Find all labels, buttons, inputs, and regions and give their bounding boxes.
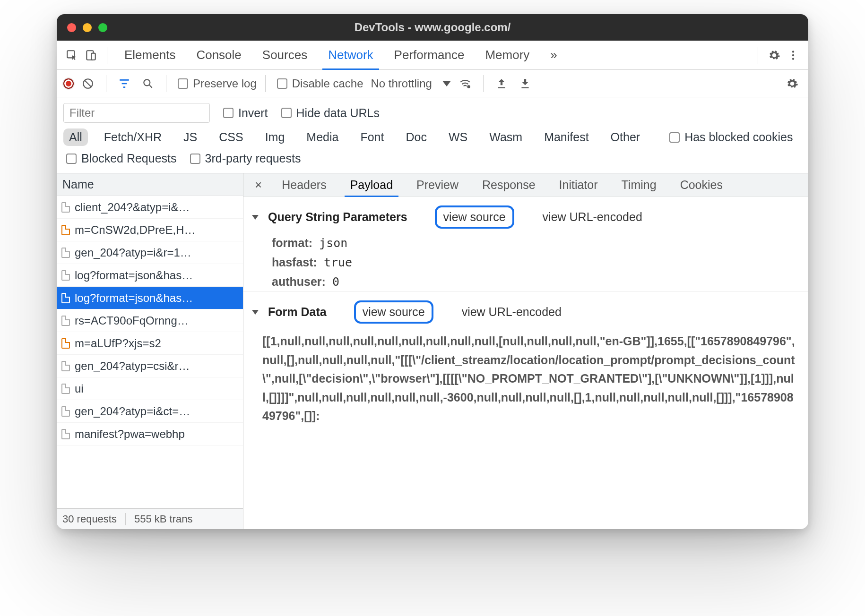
document-icon [61, 384, 70, 394]
disable-cache-checkbox[interactable]: Disable cache [277, 77, 363, 90]
detail-tab-payload[interactable]: Payload [340, 173, 403, 197]
filter-type-font[interactable]: Font [355, 128, 389, 146]
detail-tab-preview[interactable]: Preview [406, 173, 469, 197]
checkbox-icon [223, 108, 234, 118]
invert-label: Invert [238, 106, 268, 120]
request-row[interactable]: gen_204?atyp=i&r=1… [57, 241, 243, 264]
filter-type-media[interactable]: Media [301, 128, 344, 146]
search-icon[interactable] [138, 74, 157, 93]
inspect-element-icon[interactable] [62, 46, 81, 65]
clear-icon[interactable] [78, 74, 97, 93]
document-icon [61, 361, 70, 371]
detail-tab-cookies[interactable]: Cookies [670, 173, 733, 197]
request-row[interactable]: log?format=json&has… [57, 264, 243, 287]
tab-sources[interactable]: Sources [252, 41, 318, 69]
detail-tab-timing[interactable]: Timing [611, 173, 667, 197]
preserve-log-checkbox[interactable]: Preserve log [178, 77, 257, 90]
blocked-requests-checkbox[interactable]: Blocked Requests [66, 152, 177, 165]
settings-gear-icon[interactable] [765, 46, 784, 65]
invert-checkbox[interactable]: Invert [223, 106, 268, 120]
filter-type-wasm[interactable]: Wasm [484, 128, 528, 146]
filter-type-doc[interactable]: Doc [400, 128, 432, 146]
svg-point-7 [144, 79, 150, 86]
device-toggle-icon[interactable] [81, 46, 100, 65]
request-list-footer: 30 requests 555 kB trans [57, 508, 243, 529]
document-icon [61, 429, 70, 439]
query-param-key: hasfast: [272, 256, 317, 269]
divider [107, 47, 107, 64]
minimize-window-button[interactable] [83, 23, 92, 32]
request-row[interactable]: manifest?pwa=webhp [57, 423, 243, 445]
close-detail-button[interactable]: × [248, 178, 268, 192]
request-row[interactable]: ui [57, 377, 243, 400]
checkbox-icon [669, 132, 680, 143]
tab-network[interactable]: Network [318, 41, 383, 69]
tab-performance[interactable]: Performance [384, 41, 475, 69]
download-har-icon[interactable] [516, 74, 535, 93]
detail-tab-initiator[interactable]: Initiator [549, 173, 608, 197]
tab-memory[interactable]: Memory [475, 41, 540, 69]
request-row[interactable]: log?format=json&has… [57, 287, 243, 309]
filter-type-img[interactable]: Img [260, 128, 291, 146]
request-row[interactable]: m=aLUfP?xjs=s2 [57, 332, 243, 355]
divider [166, 75, 166, 92]
filter-type-other[interactable]: Other [605, 128, 646, 146]
request-list-pane: Name client_204?&atyp=i&… m=CnSW2d,DPreE… [57, 173, 243, 529]
record-button[interactable] [63, 78, 74, 89]
svg-point-3 [792, 51, 794, 52]
tabs-overflow[interactable]: » [540, 41, 567, 69]
filter-type-css[interactable]: CSS [213, 128, 249, 146]
has-blocked-cookies-checkbox[interactable]: Has blocked cookies [669, 130, 793, 144]
filter-icon[interactable] [115, 74, 134, 93]
third-party-checkbox[interactable]: 3rd-party requests [190, 152, 301, 165]
form-data-section-header[interactable]: Form Data view source view URL-encoded [243, 291, 808, 328]
filter-type-manifest[interactable]: Manifest [538, 128, 594, 146]
close-window-button[interactable] [67, 23, 76, 32]
request-name: log?format=json&has… [75, 269, 193, 282]
tab-elements[interactable]: Elements [114, 41, 186, 69]
checkbox-icon [66, 154, 77, 164]
hide-data-urls-checkbox[interactable]: Hide data URLs [281, 106, 380, 120]
divider [106, 75, 106, 92]
document-icon [61, 202, 70, 213]
checkbox-icon [277, 78, 287, 89]
network-settings-gear-icon[interactable] [783, 74, 802, 93]
throttling-select[interactable]: No throttling [371, 77, 450, 90]
filter-type-ws[interactable]: WS [443, 128, 473, 146]
query-string-section-header[interactable]: Query String Parameters view source view… [243, 197, 808, 233]
request-name: manifest?pwa=webhp [75, 428, 185, 441]
zoom-window-button[interactable] [98, 23, 107, 32]
filter-type-fetchxhr[interactable]: Fetch/XHR [98, 128, 167, 146]
tab-console[interactable]: Console [186, 41, 251, 69]
document-icon [61, 406, 70, 417]
request-list-header[interactable]: Name [57, 173, 243, 196]
more-menu-icon[interactable] [784, 46, 803, 65]
filter-input[interactable] [63, 103, 210, 123]
request-name: rs=ACT90oFqOrnng… [75, 314, 189, 327]
request-row[interactable]: gen_204?atyp=csi&r… [57, 355, 243, 377]
view-url-encoded-link[interactable]: view URL-encoded [543, 210, 642, 224]
checkbox-icon [190, 154, 200, 164]
detail-tab-headers[interactable]: Headers [271, 173, 337, 197]
request-row[interactable]: client_204?&atyp=i&… [57, 196, 243, 219]
view-source-link[interactable]: view source [435, 205, 514, 229]
network-conditions-icon[interactable] [456, 74, 475, 93]
request-row[interactable]: m=CnSW2d,DPreE,H… [57, 219, 243, 241]
view-url-encoded-link[interactable]: view URL-encoded [462, 305, 562, 319]
query-param-key: format: [272, 236, 312, 250]
view-source-link[interactable]: view source [354, 300, 433, 324]
request-name: gen_204?atyp=csi&r… [75, 359, 190, 373]
request-row[interactable]: gen_204?atyp=i&ct=… [57, 400, 243, 423]
divider [265, 75, 266, 92]
filter-type-js[interactable]: JS [178, 128, 203, 146]
filter-type-all[interactable]: All [63, 128, 88, 146]
request-name: log?format=json&has… [75, 291, 193, 305]
svg-point-4 [792, 54, 794, 56]
query-param-row: format: json [243, 233, 808, 253]
detail-tab-response[interactable]: Response [472, 173, 546, 197]
upload-har-icon[interactable] [492, 74, 511, 93]
filters-bar: Invert Hide data URLs All Fetch/XHR JS C… [57, 97, 808, 173]
divider [758, 47, 758, 64]
request-list[interactable]: client_204?&atyp=i&… m=CnSW2d,DPreE,H… g… [57, 196, 243, 508]
request-row[interactable]: rs=ACT90oFqOrnng… [57, 309, 243, 332]
